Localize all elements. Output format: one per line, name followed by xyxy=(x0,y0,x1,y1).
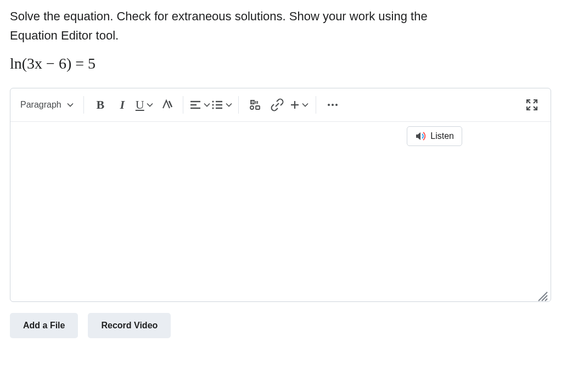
chevron-down-icon xyxy=(302,102,308,108)
svg-point-5 xyxy=(212,108,214,109)
insert-link-button[interactable] xyxy=(266,94,288,116)
fullscreen-button[interactable] xyxy=(521,94,543,116)
question-prompt: Solve the equation. Check for extraneous… xyxy=(10,7,551,45)
font-color-icon xyxy=(160,98,173,111)
fullscreen-icon xyxy=(526,99,538,111)
bullet-list-icon xyxy=(211,99,223,111)
plus-icon xyxy=(290,100,300,110)
separator xyxy=(183,96,183,114)
bold-button[interactable]: B xyxy=(89,94,111,116)
paragraph-label: Paragraph xyxy=(20,100,61,110)
listen-label: Listen xyxy=(430,131,454,141)
svg-point-16 xyxy=(332,104,334,106)
chevron-down-icon xyxy=(147,102,153,108)
separator xyxy=(238,96,239,114)
record-video-button[interactable]: Record Video xyxy=(88,313,171,338)
question-line1: Solve the equation. Check for extraneous… xyxy=(10,9,428,23)
bold-icon: B xyxy=(96,98,104,112)
resize-handle-icon[interactable] xyxy=(536,290,548,302)
insert-more-button[interactable] xyxy=(288,94,310,116)
listen-button[interactable]: Listen xyxy=(407,126,462,146)
italic-button[interactable]: I xyxy=(111,94,133,116)
speaker-icon xyxy=(415,131,426,142)
italic-icon: I xyxy=(120,98,125,112)
rich-text-editor: Paragraph B I U xyxy=(10,88,551,302)
svg-point-9 xyxy=(250,106,254,109)
underline-button[interactable]: U xyxy=(133,94,155,116)
media-icon xyxy=(249,98,262,111)
editor-textarea[interactable] xyxy=(10,122,551,304)
paragraph-style-select[interactable]: Paragraph xyxy=(18,94,78,116)
separator xyxy=(83,96,84,114)
svg-point-3 xyxy=(212,101,214,103)
action-row: Add a File Record Video xyxy=(10,313,551,338)
chevron-down-icon xyxy=(204,102,210,108)
svg-line-20 xyxy=(545,299,547,301)
list-button[interactable] xyxy=(211,94,233,116)
svg-rect-10 xyxy=(256,106,260,109)
svg-point-4 xyxy=(212,104,214,106)
chevron-down-icon xyxy=(226,102,232,108)
add-file-button[interactable]: Add a File xyxy=(10,313,78,338)
font-color-button[interactable] xyxy=(155,94,177,116)
ellipsis-icon xyxy=(326,98,339,111)
insert-media-button[interactable] xyxy=(244,94,266,116)
chevron-down-icon xyxy=(67,102,74,108)
svg-point-15 xyxy=(328,104,330,106)
align-left-icon xyxy=(189,99,201,111)
separator xyxy=(316,96,316,114)
editor-toolbar: Paragraph B I U xyxy=(10,88,551,122)
question-line2: Equation Editor tool. xyxy=(10,29,119,42)
align-button[interactable] xyxy=(189,94,211,116)
svg-point-17 xyxy=(335,104,338,106)
more-options-button[interactable] xyxy=(322,94,344,116)
question-equation: ln(3x − 6) = 5 xyxy=(10,55,551,72)
underline-icon: U xyxy=(136,98,144,112)
link-icon xyxy=(271,98,284,111)
